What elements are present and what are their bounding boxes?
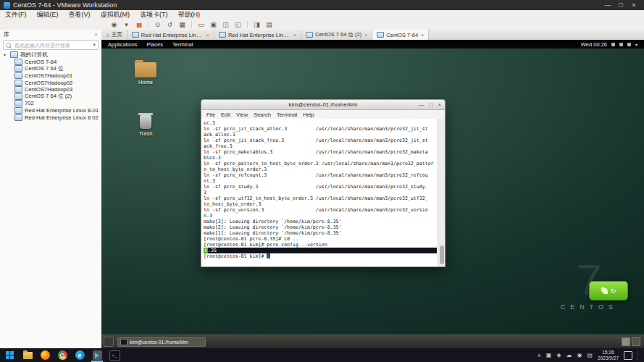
- thumbnail-bar-button[interactable]: ◫: [222, 20, 230, 30]
- volume-icon[interactable]: [611, 43, 615, 46]
- terminal-minimize-button[interactable]: —: [418, 101, 424, 108]
- tray-chevron-icon[interactable]: ∧: [538, 353, 541, 358]
- tab-close-icon[interactable]: ×: [206, 33, 209, 38]
- tree-root-my-computer[interactable]: ▾ 我的计算机: [0, 51, 101, 59]
- terminal-scrollbar[interactable]: [438, 119, 445, 266]
- tab-home[interactable]: ⌂ 主页: [101, 30, 127, 40]
- tree-item-vm[interactable]: CentOS 7 64 位: [0, 65, 101, 72]
- tab-centos7-64-2[interactable]: CentOS 7 64 位 (2) ×: [301, 30, 372, 40]
- show-desktop-sliver[interactable]: [637, 350, 640, 361]
- close-button[interactable]: ×: [627, 1, 640, 9]
- tab-bar: ⌂ 主页 Red Hat Enterprise Linux 8 02 × Red…: [101, 30, 644, 41]
- menu-tabs[interactable]: 选项卡(T): [135, 10, 173, 20]
- tab-label: CentOS 7-64: [386, 32, 418, 38]
- vm-icon: [14, 72, 22, 79]
- gnome-clock[interactable]: Wed 00:26: [581, 41, 607, 48]
- workspace-1[interactable]: [622, 337, 630, 346]
- suspend-button[interactable]: ▮▮: [135, 20, 143, 30]
- menu-edit[interactable]: 编辑(E): [32, 10, 64, 20]
- tab-close-icon[interactable]: ×: [421, 33, 424, 38]
- terminal-menu-file[interactable]: File: [204, 111, 218, 118]
- search-icon: [6, 43, 11, 48]
- scrollbar-thumb[interactable]: [440, 245, 444, 264]
- menu-vm[interactable]: 虚拟机(M): [96, 10, 135, 20]
- taskbar-firefox[interactable]: [36, 348, 54, 362]
- volume-tray-icon[interactable]: ◉: [577, 352, 582, 358]
- show-desktop-button[interactable]: [104, 337, 114, 347]
- terminal-window[interactable]: kim@centos-01:/home/kim — □ × File Edit …: [201, 99, 446, 267]
- tree-item-vm[interactable]: CentOS 7-64: [0, 59, 101, 66]
- taskbar-vmware[interactable]: [88, 348, 106, 362]
- power-button[interactable]: ◉: [110, 20, 118, 30]
- power-icon[interactable]: [627, 43, 631, 46]
- tree-item-vm[interactable]: CentOS7Hadoop01: [0, 72, 101, 80]
- snapshot-manager-button[interactable]: ▦: [178, 20, 186, 30]
- desktop-icon-home[interactable]: Home: [125, 62, 166, 85]
- search-caret-icon[interactable]: ▾: [93, 42, 96, 48]
- workspace-switcher: [622, 337, 642, 346]
- user-menu-caret-icon[interactable]: ▾: [635, 42, 637, 47]
- taskbar-clock[interactable]: 15:26 2023/9/27: [598, 350, 619, 361]
- library-search[interactable]: ▾: [3, 40, 99, 50]
- tree-item-vm[interactable]: Red Hat Enterprise Linux 8-01: [0, 107, 101, 114]
- tab-centos7-64-active[interactable]: CentOS 7-64 ×: [372, 30, 429, 40]
- minimize-button[interactable]: —: [601, 1, 614, 9]
- menu-help[interactable]: 帮助(H): [173, 10, 206, 20]
- free-stretch-button[interactable]: ▤: [265, 20, 273, 30]
- taskbar-window-button[interactable]: kim@centos-01:/home/kim: [117, 337, 206, 347]
- network-tray-icon[interactable]: ▤: [587, 352, 593, 358]
- tab-rhel8-02[interactable]: Red Hat Enterprise Linux 8 02 ×: [127, 30, 214, 40]
- vm-label: 702: [25, 100, 34, 106]
- taskbar-chrome[interactable]: [54, 348, 71, 362]
- console-view-button[interactable]: ▭: [197, 20, 205, 30]
- search-input[interactable]: [13, 42, 91, 49]
- tab-label: CentOS 7 64 位 (2): [315, 31, 361, 38]
- tree-item-vm[interactable]: CentOS7Hadoop02: [0, 79, 101, 86]
- terminal-selected-line: 8.35: [204, 248, 437, 253]
- workspace-2[interactable]: [632, 337, 640, 346]
- tree-item-vm[interactable]: CentOS7Hadoop03: [0, 86, 101, 93]
- terminal-body[interactable]: ec.3 ln -sf pcre_jit_stack_alloc.3 /usr/…: [201, 119, 446, 267]
- action-center-icon[interactable]: [624, 351, 632, 360]
- terminal-menu-edit[interactable]: Edit: [218, 111, 233, 118]
- vmware-tray-icon[interactable]: ▣: [546, 352, 552, 358]
- taskbar-file-explorer[interactable]: [19, 348, 36, 362]
- library-toggle-button[interactable]: ▣: [209, 20, 217, 30]
- terminal-appmenu[interactable]: Terminal: [172, 41, 193, 48]
- taskbar-terminal[interactable]: >_: [106, 348, 123, 362]
- terminal-close-button[interactable]: ×: [438, 101, 441, 108]
- security-tray-icon[interactable]: ◈: [556, 352, 561, 358]
- cloud-tray-icon[interactable]: ☁: [566, 352, 572, 358]
- terminal-menu-help[interactable]: Help: [300, 111, 317, 118]
- revert-snapshot-button[interactable]: ↺: [166, 20, 174, 30]
- unity-button[interactable]: ◨: [253, 20, 261, 30]
- network-icon[interactable]: [619, 43, 623, 46]
- menu-view[interactable]: 查看(V): [64, 10, 96, 20]
- desktop-icon-trash[interactable]: Trash: [125, 115, 166, 137]
- tab-close-icon[interactable]: ×: [364, 33, 367, 38]
- terminal-titlebar[interactable]: kim@centos-01:/home/kim — □ ×: [201, 99, 446, 110]
- tree-item-vm[interactable]: CentOS 7 64 位 (2): [0, 93, 101, 101]
- menu-file[interactable]: 文件(F): [0, 10, 32, 20]
- terminal-maximize-button[interactable]: □: [429, 101, 432, 108]
- tree-item-vm[interactable]: 702: [0, 100, 101, 107]
- fullscreen-button[interactable]: ◱: [234, 20, 242, 30]
- maximize-button[interactable]: □: [614, 1, 627, 9]
- terminal-menu-search[interactable]: Search: [251, 111, 274, 118]
- places-menu[interactable]: Places: [146, 41, 163, 48]
- applications-menu[interactable]: Applications: [108, 41, 137, 48]
- taskbar-edge[interactable]: e: [71, 348, 88, 362]
- take-snapshot-button[interactable]: ⊙: [154, 20, 162, 30]
- tree-item-vm[interactable]: Red Hat Enterprise Linux 8 02: [0, 114, 101, 121]
- terminal-menu-view[interactable]: View: [233, 111, 251, 118]
- expand-icon[interactable]: ▾: [4, 52, 8, 57]
- terminal-icon: [120, 339, 127, 345]
- vm-display[interactable]: Applications Places Terminal Wed 00:26 ▾…: [101, 40, 644, 348]
- start-button[interactable]: [0, 348, 19, 362]
- tab-rhel8-01[interactable]: Red Hat Enterprise Linux 8-01 ×: [214, 30, 301, 40]
- notification-badge[interactable]: ↻: [589, 281, 628, 300]
- power-caret-icon[interactable]: ▾: [122, 20, 130, 30]
- library-close-button[interactable]: ×: [94, 31, 98, 38]
- terminal-menu-terminal[interactable]: Terminal: [274, 111, 300, 118]
- tab-close-icon[interactable]: ×: [293, 33, 296, 38]
